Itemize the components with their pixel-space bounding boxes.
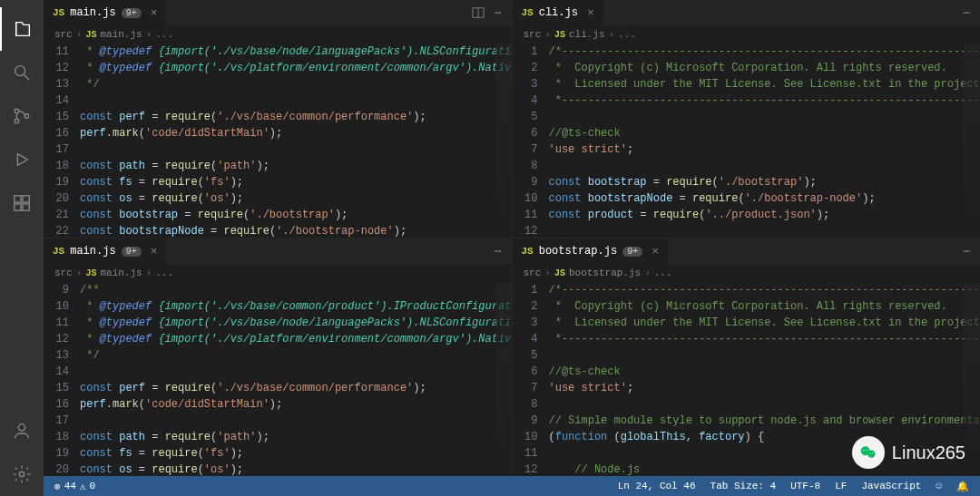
svg-point-19 [872, 452, 873, 453]
error-count: 44 [64, 481, 76, 491]
js-file-icon: JS [554, 30, 565, 40]
editor-pane-top-left: JS main.js 9+ × ⋯ src› JS main.js› ... [44, 0, 512, 238]
tabs-bar: JS cli.js × ⋯ [513, 0, 981, 25]
watermark-text: Linux265 [892, 443, 965, 463]
tabs-bar: JS main.js 9+ × ⋯ [44, 0, 512, 25]
errors-status[interactable]: ⊗ 44 ⚠ 0 [51, 481, 99, 492]
minimap[interactable] [495, 282, 512, 476]
breadcrumb[interactable]: src› JS main.js› ... [44, 25, 512, 44]
close-icon[interactable]: × [587, 6, 594, 20]
line-gutter: 123456789101112131415 [513, 282, 549, 476]
tab-label: main.js [70, 6, 115, 19]
status-bar: ⊗ 44 ⚠ 0 Ln 24, Col 46 Tab Size: 4 UTF-8… [44, 476, 980, 496]
error-icon: ⊗ [54, 481, 61, 492]
editor-pane-bottom-left: JS main.js 9+ × ⋯ src› JS main.js› ... 9… [44, 238, 512, 476]
svg-rect-9 [23, 204, 29, 210]
warning-icon: ⚠ [80, 481, 86, 492]
code-editor[interactable]: 111213141516171819202122232425 * @typede… [44, 44, 512, 238]
line-gutter: 123456789101112131415 [513, 44, 549, 238]
js-file-icon: JS [53, 246, 64, 257]
svg-point-0 [15, 66, 25, 76]
svg-point-17 [866, 450, 867, 452]
debug-icon[interactable] [0, 138, 44, 181]
svg-marker-5 [17, 154, 27, 166]
line-gutter: 111213141516171819202122232425 [44, 44, 80, 238]
svg-point-15 [867, 451, 875, 458]
js-file-icon: JS [522, 7, 534, 18]
language-mode[interactable]: JavaScript [858, 481, 925, 491]
js-file-icon: JS [53, 7, 64, 18]
tab-bootstrap-js[interactable]: JS bootstrap.js 9+ × [513, 238, 669, 264]
code-editor[interactable]: 123456789101112131415 /*----------------… [513, 44, 981, 238]
close-icon[interactable]: × [151, 6, 158, 20]
svg-point-10 [18, 424, 24, 431]
svg-rect-6 [15, 196, 21, 202]
breadcrumb[interactable]: src› JS cli.js› ... [513, 25, 981, 44]
tab-badge: 9+ [122, 247, 142, 257]
tab-main-js[interactable]: JS main.js 9+ × [44, 0, 167, 25]
tabs-bar: JS bootstrap.js 9+ × ⋯ [513, 238, 981, 264]
warning-count: 0 [89, 481, 95, 491]
encoding[interactable]: UTF-8 [787, 481, 824, 491]
svg-rect-7 [23, 196, 29, 202]
js-file-icon: JS [554, 268, 565, 278]
js-file-icon: JS [522, 246, 534, 257]
close-icon[interactable]: × [652, 245, 659, 258]
activity-bar [0, 0, 44, 496]
svg-point-11 [19, 472, 24, 477]
wechat-icon [852, 436, 885, 469]
svg-point-18 [869, 452, 870, 453]
split-editor-icon[interactable] [468, 3, 488, 23]
close-icon[interactable]: × [151, 245, 158, 258]
svg-point-2 [15, 109, 19, 113]
tab-badge: 9+ [122, 8, 142, 18]
more-actions-icon[interactable]: ⋯ [488, 241, 508, 261]
settings-gear-icon[interactable] [0, 452, 44, 496]
minimap[interactable] [964, 44, 980, 238]
code-editor[interactable]: 91011121314151617181920212223 /** * @typ… [44, 282, 512, 476]
line-gutter: 91011121314151617181920212223 [44, 282, 80, 476]
js-file-icon: JS [85, 30, 96, 40]
svg-point-3 [15, 119, 19, 123]
extensions-icon[interactable] [0, 181, 44, 225]
tab-label: main.js [70, 245, 115, 258]
svg-rect-8 [15, 204, 21, 210]
watermark: Linux265 [852, 436, 965, 469]
tab-cli-js[interactable]: JS cli.js × [513, 0, 604, 25]
minimap[interactable] [495, 44, 512, 238]
tab-label: bootstrap.js [539, 245, 617, 258]
more-actions-icon[interactable]: ⋯ [488, 3, 508, 23]
more-actions-icon[interactable]: ⋯ [956, 3, 976, 23]
explorer-icon[interactable] [0, 7, 44, 51]
tab-main-js[interactable]: JS main.js 9+ × [44, 238, 167, 264]
tab-label: cli.js [539, 6, 578, 19]
notifications-icon[interactable]: 🔔 [953, 481, 973, 492]
breadcrumb[interactable]: src› JS bootstrap.js› ... [513, 264, 981, 282]
tabs-bar: JS main.js 9+ × ⋯ [44, 238, 512, 264]
editor-grid: JS main.js 9+ × ⋯ src› JS main.js› ... [44, 0, 980, 476]
account-icon[interactable] [0, 409, 44, 452]
source-control-icon[interactable] [0, 94, 44, 138]
breadcrumb[interactable]: src› JS main.js› ... [44, 264, 512, 282]
search-icon[interactable] [0, 51, 44, 94]
eol[interactable]: LF [831, 481, 850, 491]
more-actions-icon[interactable]: ⋯ [956, 241, 976, 261]
js-file-icon: JS [85, 268, 96, 278]
tab-size[interactable]: Tab Size: 4 [707, 481, 780, 491]
svg-point-16 [863, 450, 865, 452]
svg-line-1 [24, 75, 30, 81]
minimap[interactable] [964, 282, 980, 476]
tab-badge: 9+ [622, 247, 642, 257]
cursor-position[interactable]: Ln 24, Col 46 [614, 481, 700, 491]
feedback-icon[interactable]: ☺ [932, 481, 946, 491]
editor-pane-top-right: JS cli.js × ⋯ src› JS cli.js› ... 123456… [513, 0, 981, 238]
